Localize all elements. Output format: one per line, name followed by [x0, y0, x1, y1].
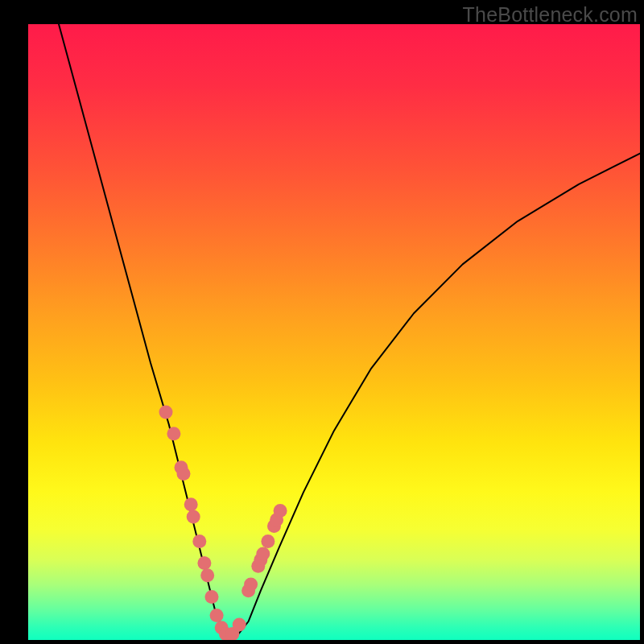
scatter-point	[274, 504, 287, 518]
chart-frame: TheBottleneck.com	[0, 0, 644, 644]
scatter-markers	[159, 405, 287, 640]
scatter-point	[167, 427, 180, 440]
scatter-point	[197, 556, 211, 570]
scatter-point	[192, 535, 206, 548]
scatter-point	[261, 535, 275, 548]
chart-overlay	[28, 24, 640, 640]
scatter-point	[210, 609, 224, 622]
scatter-point	[184, 497, 198, 511]
scatter-point	[233, 617, 246, 631]
scatter-point	[244, 578, 258, 592]
scatter-point	[205, 590, 219, 604]
plot-area	[28, 24, 640, 640]
scatter-point	[187, 510, 200, 524]
scatter-point	[200, 568, 214, 582]
watermark-text: TheBottleneck.com	[463, 3, 638, 27]
scatter-point	[159, 405, 173, 419]
curve-line	[59, 24, 640, 640]
scatter-point	[177, 467, 191, 481]
scatter-point	[256, 547, 270, 560]
